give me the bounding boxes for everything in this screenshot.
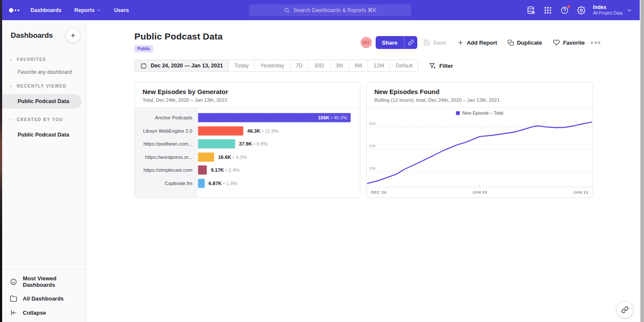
share-button[interactable]: Share <box>376 36 417 49</box>
copy-icon <box>507 39 514 46</box>
favorites-hint: Favorite any dashboard <box>2 65 86 80</box>
bar-row: Libsyn WebEngine 2.046.3K • 11.9% <box>135 125 360 138</box>
floating-link-button[interactable] <box>617 302 633 318</box>
project-switcher[interactable]: Index All Project Data <box>593 4 632 16</box>
desktop-background-sliver <box>0 0 2 322</box>
legend-label: New Episode – Total <box>462 110 504 115</box>
chart-legend[interactable]: New Episode – Total <box>367 108 592 118</box>
x-tick: JAN 03 <box>472 190 487 194</box>
line-chart-svg[interactable]: 10K20K30K <box>367 118 592 187</box>
new-dashboard-button[interactable]: + <box>66 29 80 43</box>
bar-segment[interactable] <box>198 165 207 175</box>
help-icon[interactable] <box>560 6 569 15</box>
data-settings-icon[interactable] <box>526 6 536 15</box>
y-axis-label: 20K <box>369 143 377 148</box>
preset-default[interactable]: Default <box>390 60 419 71</box>
chevron-down-icon <box>9 84 13 88</box>
search-input[interactable]: Search Dashboards & Reports ⌘K <box>249 4 411 16</box>
bar-value-label: 9.17K • 2.4% <box>211 167 240 173</box>
public-badge: Public <box>134 45 153 52</box>
bar-value-label: 16.6K • 4.3% <box>218 155 247 160</box>
avatar[interactable]: RH <box>361 37 372 48</box>
bar-row: https://podbean.com...37.9K • 9.8% <box>135 137 360 151</box>
bar-chart-body: Anchor Podcasts156K • 40.3%Libsyn WebEng… <box>135 108 360 197</box>
chevron-down-icon <box>97 8 101 12</box>
nav-reports[interactable]: Reports <box>74 7 101 13</box>
bar-segment[interactable] <box>198 139 235 149</box>
y-axis-label: 10K <box>369 166 377 170</box>
bar-segment[interactable]: 156K • 40.3% <box>198 113 351 122</box>
bar-segment[interactable] <box>198 126 243 136</box>
bar-row: https://simplecast.com9.17K • 2.4% <box>135 164 360 177</box>
plus-icon <box>457 39 464 46</box>
date-presets: TodayYesterday7D30D3M6M12MDefault <box>229 60 418 71</box>
bar-value-label: 46.3K • 11.9% <box>247 128 279 134</box>
heart-icon <box>553 39 560 46</box>
bar-category-label: Captivate.fm <box>135 181 198 186</box>
collapse-icon <box>10 309 17 316</box>
settings-icon[interactable] <box>577 6 586 15</box>
preset-today[interactable]: Today <box>229 60 255 71</box>
overflow-menu-button[interactable] <box>591 42 600 44</box>
link-icon <box>408 39 414 46</box>
collapse-sidebar-button[interactable]: Collapse <box>2 306 86 320</box>
page-title: Public Podcast Data <box>134 31 223 42</box>
nav-users[interactable]: Users <box>114 7 129 13</box>
bar-segment[interactable] <box>198 152 214 162</box>
apps-grid-icon[interactable] <box>543 6 553 15</box>
bar-category-label: Anchor Podcasts <box>135 115 198 120</box>
bar-row: https://wordpress.or...16.6K • 4.3% <box>135 151 360 164</box>
preset-yesterday[interactable]: Yesterday <box>255 60 290 71</box>
bar-row: Anchor Podcasts156K • 40.3% <box>135 111 360 125</box>
preset-3m[interactable]: 3M <box>330 60 349 71</box>
section-favorites[interactable]: FAVORITES <box>2 54 86 65</box>
app-logo-icon[interactable] <box>9 8 19 12</box>
duplicate-button[interactable]: Duplicate <box>507 39 542 46</box>
bar-value-label: 156K • 40.3% <box>318 113 347 122</box>
calendar-icon <box>140 63 147 69</box>
preset-30d[interactable]: 30D <box>309 60 330 71</box>
x-tick: DEC 24 <box>371 190 386 194</box>
legend-swatch <box>456 111 460 115</box>
share-link-button[interactable] <box>404 36 417 49</box>
x-tick: JAN 13 <box>573 190 588 194</box>
x-axis: DEC 24 JAN 03 JAN 13 <box>367 187 592 194</box>
line-chart-plot[interactable]: 10K20K30K <box>367 118 592 187</box>
sidebar-item-public-podcast-data-2[interactable]: Public Podcast Data <box>2 128 86 142</box>
bar-category-label: https://simplecast.com <box>135 167 198 173</box>
preset-12m[interactable]: 12M <box>368 60 390 71</box>
favorite-button[interactable]: Favorite <box>553 39 585 46</box>
sidebar: Dashboards + FAVORITES Favorite any dash… <box>2 20 86 322</box>
card-title: New Episodes Found <box>374 88 585 95</box>
chevron-down-icon <box>9 118 13 122</box>
nav-dashboards[interactable]: Dashboards <box>30 7 61 13</box>
filter-button[interactable]: + Filter <box>429 62 453 69</box>
card-subtitle: Total, Dec 24th, 2020 – Jan 13th, 2021 <box>143 97 352 103</box>
link-icon <box>621 306 629 313</box>
folder-icon <box>10 295 17 302</box>
all-dashboards-button[interactable]: All Dashboards <box>2 292 86 306</box>
project-scope: All Project Data <box>593 11 623 16</box>
save-button[interactable]: Save <box>423 39 446 46</box>
y-axis-label: 30K <box>369 121 377 126</box>
section-created-by-you[interactable]: CREATED BY YOU <box>2 114 86 125</box>
bar-segment[interactable] <box>198 179 205 188</box>
notification-badge <box>567 5 571 8</box>
report-card-new-episodes-found: New Episodes Found Rolling (12 hours), t… <box>366 82 593 198</box>
section-recently-viewed[interactable]: RECENTLY VIEWED <box>2 80 86 92</box>
preset-6m[interactable]: 6M <box>349 60 368 71</box>
chevron-down-icon <box>627 8 632 13</box>
sidebar-item-public-podcast-data[interactable]: Public Podcast Data <box>2 94 82 109</box>
bar-category-label: Libsyn WebEngine 2.0 <box>135 128 198 134</box>
add-report-button[interactable]: Add Report <box>457 39 497 46</box>
date-range-bar: Dec 24, 2020 — Jan 13, 2021 TodayYesterd… <box>134 60 419 72</box>
bar-category-label: https://podbean.com... <box>135 141 198 146</box>
page-scrollbar[interactable] <box>640 0 644 322</box>
most-viewed-dashboards-button[interactable]: Most Viewed Dashboards <box>2 272 86 292</box>
date-range-button[interactable]: Dec 24, 2020 — Jan 13, 2021 <box>135 60 229 71</box>
preset-7d[interactable]: 7D <box>290 60 309 71</box>
line-series <box>368 122 592 183</box>
bar-value-label: 6.87K • 1.8% <box>209 181 237 186</box>
bar-row: Captivate.fm6.87K • 1.8% <box>135 177 360 190</box>
chevron-down-icon <box>9 58 13 62</box>
